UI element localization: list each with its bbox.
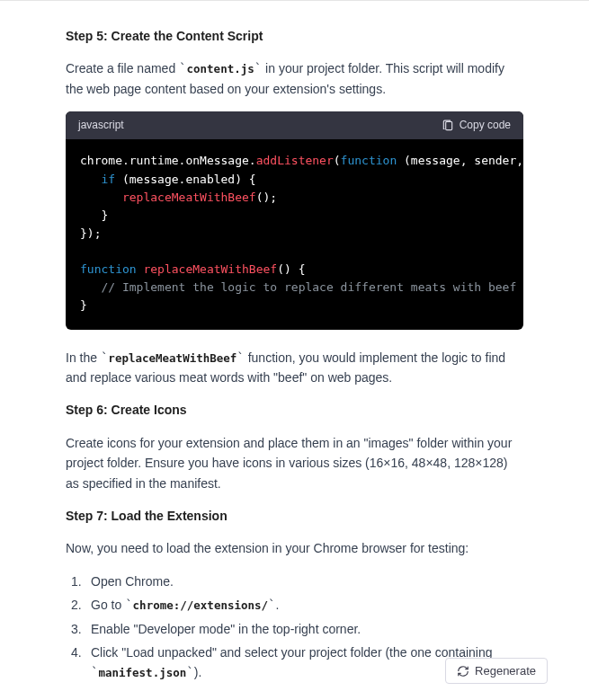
text: Create a file named bbox=[66, 61, 179, 75]
regenerate-label: Regenerate bbox=[475, 664, 536, 678]
copy-code-button[interactable]: Copy code bbox=[442, 117, 511, 134]
svg-rect-0 bbox=[445, 121, 451, 129]
text: In the bbox=[66, 350, 101, 365]
article-body: Step 5: Create the Content Script Create… bbox=[0, 1, 589, 700]
step6-paragraph: Create icons for your extension and plac… bbox=[66, 433, 523, 493]
step8-heading: Step 8: Testing bbox=[66, 696, 523, 700]
code-lang-label: javascript bbox=[78, 117, 124, 134]
code-header: javascript Copy code bbox=[66, 111, 523, 139]
after-code-paragraph: In the `replaceMeatWithBeef` function, y… bbox=[66, 348, 523, 388]
text: Click "Load unpacked" and select your pr… bbox=[91, 645, 493, 660]
inline-code-contentjs: content.js bbox=[187, 62, 254, 75]
step6-heading: Step 6: Create Icons bbox=[66, 400, 523, 420]
list-item: Go to `chrome://extensions/`. bbox=[66, 595, 523, 615]
text: . bbox=[276, 598, 280, 612]
code-body[interactable]: chrome.runtime.onMessage.addListener(fun… bbox=[66, 139, 523, 329]
text: ). bbox=[194, 665, 202, 679]
step7-paragraph: Now, you need to load the extension in y… bbox=[66, 538, 523, 558]
copy-code-label: Copy code bbox=[460, 117, 511, 134]
inline-code-url: chrome://extensions/ bbox=[133, 598, 269, 612]
step7-heading: Step 7: Load the Extension bbox=[66, 506, 523, 526]
inline-code-fn: replaceMeatWithBeef bbox=[108, 351, 236, 365]
list-item: Enable "Developer mode" in the top-right… bbox=[66, 619, 523, 639]
list-item: Open Chrome. bbox=[66, 572, 523, 591]
text: Go to bbox=[91, 598, 125, 612]
step5-heading: Step 5: Create the Content Script bbox=[66, 26, 523, 46]
refresh-icon bbox=[457, 665, 469, 678]
clipboard-icon bbox=[442, 120, 454, 132]
inline-code-manifest: manifest.json bbox=[98, 666, 186, 679]
code-block: javascript Copy code chrome.runtime.onMe… bbox=[66, 111, 523, 329]
step5-paragraph: Create a file named `content.js` in your… bbox=[66, 58, 523, 99]
regenerate-button[interactable]: Regenerate bbox=[445, 658, 548, 684]
